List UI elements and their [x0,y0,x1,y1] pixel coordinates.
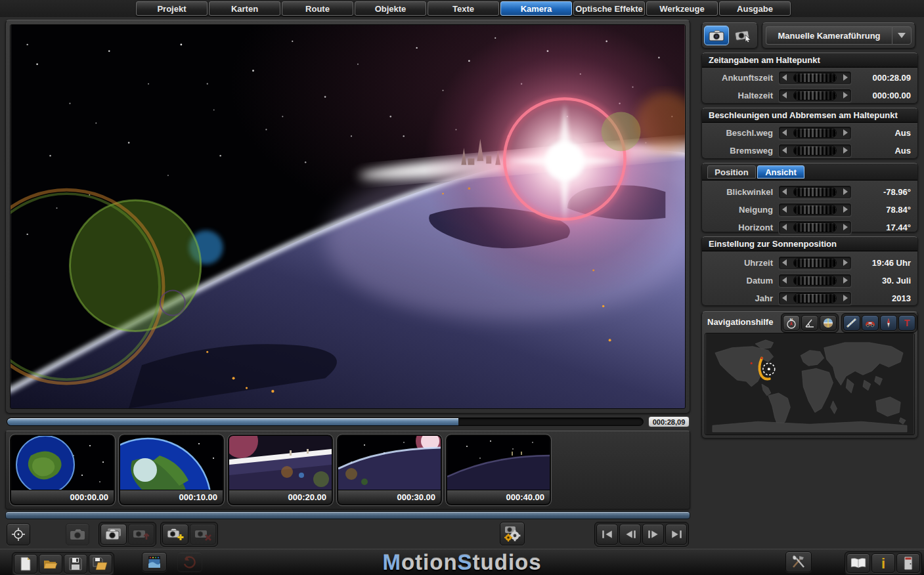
camera-tool-switch [701,22,758,49]
compass-icon[interactable]: N [783,315,800,331]
spin-right-icon[interactable] [843,277,848,284]
go-last-button[interactable] [665,524,687,545]
marker-icon[interactable] [880,315,897,331]
jog-dial[interactable] [793,205,837,215]
go-first-button[interactable] [596,524,618,545]
keyframe-thumbnail-4[interactable]: 000:30.00 [337,435,442,505]
spin-right-icon[interactable] [843,224,848,230]
jog-dial[interactable] [793,91,837,100]
jog-dial[interactable] [793,258,837,268]
tab-position[interactable]: Position [707,165,756,179]
camera-edit-button[interactable] [704,26,729,45]
bremsweg-spinner[interactable] [778,144,852,158]
jog-dial[interactable] [793,223,837,232]
preview-render[interactable] [10,24,686,409]
spin-right-icon[interactable] [843,259,848,266]
dropdown-selected-value: Manuelle Kameraführung [766,26,892,45]
tab-kamera[interactable]: Kamera [500,1,572,16]
uhrzeit-spinner[interactable] [778,256,852,270]
keyframe-thumbnail-1[interactable]: 000:00.00 [10,435,115,505]
section-navigation: Navigationshilfe N [701,311,918,438]
camera-settings-button[interactable] [500,522,525,545]
vehicle-icon[interactable] [862,315,879,331]
tab-optische-effekte[interactable]: Optische Effekte [573,1,645,16]
tab-ausgabe[interactable]: Ausgabe [719,1,791,16]
spin-right-icon[interactable] [843,206,848,213]
spin-left-icon[interactable] [782,259,787,266]
protractor-icon[interactable] [801,315,818,331]
spin-left-icon[interactable] [782,224,787,230]
row-beschlweg: Beschl.weg Aus [702,124,917,141]
camera-single-button[interactable] [66,523,89,545]
jahr-spinner[interactable] [778,291,852,305]
camera-select-button[interactable] [731,26,756,45]
spin-right-icon[interactable] [843,129,848,136]
ankunftszeit-spinner[interactable] [778,71,852,85]
camera-move-up-button[interactable] [128,524,154,545]
spin-left-icon[interactable] [782,92,787,98]
spin-right-icon[interactable] [843,74,848,81]
jog-dial[interactable] [793,293,837,303]
spin-left-icon[interactable] [782,188,787,195]
tab-objekte[interactable]: Objekte [355,1,426,16]
playback-controls [594,522,689,547]
jog-dial[interactable] [793,187,837,197]
route-icon[interactable] [843,315,860,331]
spin-left-icon[interactable] [782,277,787,284]
datum-spinner[interactable] [778,274,852,288]
horizont-spinner[interactable] [778,221,852,234]
exit-door-icon[interactable] [896,553,920,573]
spin-left-icon[interactable] [782,295,787,301]
step-back-button[interactable] [619,524,641,545]
tools-button[interactable] [785,551,812,572]
spin-left-icon[interactable] [782,147,787,154]
blickwinkel-spinner[interactable] [778,185,852,199]
keyframe-thumbnail-2[interactable]: 000:10.00 [119,435,224,505]
tab-texte[interactable]: Texte [428,1,499,16]
beschlweg-spinner[interactable] [778,126,852,140]
center-target-button[interactable] [7,523,30,545]
timeline-time-badge: 000:28,09 [648,416,690,427]
row-haltezeit: Haltezeit 000:00.00 [702,87,917,104]
camera-delete-button[interactable] [190,524,216,545]
neigung-spinner[interactable] [778,203,852,217]
spin-left-icon[interactable] [782,74,787,81]
keyframe-thumbnail-3[interactable]: 000:20.00 [228,435,333,505]
tab-projekt[interactable]: Projekt [136,1,208,16]
camera-all-button[interactable] [100,524,127,545]
spin-right-icon[interactable] [843,188,848,195]
section-title: Navigationshilfe [707,317,773,327]
jog-dial[interactable] [793,128,837,138]
spin-left-icon[interactable] [782,206,787,213]
keyframe-time-label: 000:10.00 [120,490,223,504]
timeline-progress-track[interactable] [7,417,644,426]
spin-right-icon[interactable] [843,147,848,154]
manual-book-icon[interactable] [847,553,870,573]
keyframe-time-label: 000:30.00 [338,490,441,504]
nav-display-group: T [841,313,917,333]
flare-green-small [602,112,641,152]
tab-werkzeuge[interactable]: Werkzeuge [646,1,718,16]
info-button[interactable]: i [871,553,895,573]
jog-dial[interactable] [793,146,837,156]
jog-dial[interactable] [793,73,837,83]
tab-karten[interactable]: Karten [209,1,280,16]
camera-mode-dropdown[interactable]: Manuelle Kameraführung [762,22,915,49]
keyframe-strip: 000:00.00 000:10.00 [5,431,690,509]
text-icon[interactable]: T [898,315,915,331]
spin-left-icon[interactable] [782,129,787,136]
spin-right-icon[interactable] [843,92,848,98]
haltezeit-spinner[interactable] [778,89,852,102]
jog-dial[interactable] [793,276,837,286]
camera-add-button[interactable] [162,524,188,545]
row-jahr: Jahr 2013 [702,289,917,307]
spin-right-icon[interactable] [843,295,848,301]
tab-route[interactable]: Route [282,1,353,16]
horizon-icon[interactable] [820,315,837,331]
step-forward-button[interactable] [642,524,664,545]
strip-scrollbar[interactable] [5,511,690,519]
tab-ansicht[interactable]: Ansicht [757,165,804,179]
world-map[interactable] [705,333,915,435]
svg-text:T: T [904,318,910,328]
keyframe-thumbnail-5[interactable]: 000:40.00 [446,435,551,505]
